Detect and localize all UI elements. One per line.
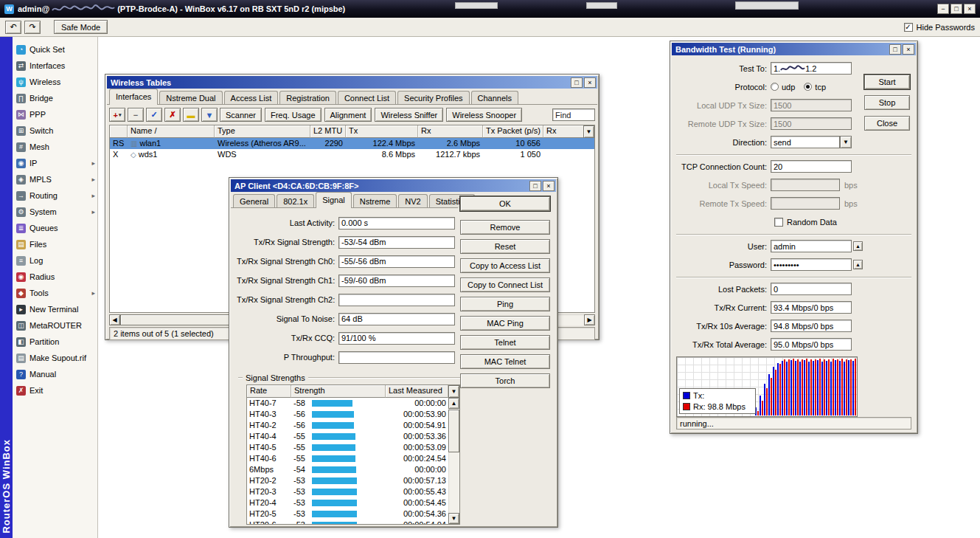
sidebar-item-routing[interactable]: → Routing ▸ [13, 187, 97, 204]
signal-row[interactable]: HT40-6 -55 00:00:24.54 [247, 453, 459, 464]
close-icon[interactable]: × [903, 44, 914, 55]
column-header[interactable] [110, 125, 128, 138]
maximize-button[interactable]: □ [571, 77, 583, 88]
add-button[interactable]: +▾ [109, 108, 125, 122]
bandwidth-test-titlebar[interactable]: Bandwidth Test (Running) □ × [672, 43, 916, 55]
field-value[interactable] [338, 294, 455, 306]
field-value[interactable] [338, 351, 455, 364]
minimize-button[interactable]: − [937, 4, 949, 14]
signal-row[interactable]: 6Mbps -54 00:00:00 [247, 464, 459, 475]
scroll-left-button[interactable]: ◀ [109, 314, 120, 325]
scroll-up-button[interactable]: ▲ [448, 398, 459, 409]
sidebar-item-quick-set[interactable]: ◔ Quick Set ▸ [13, 41, 97, 58]
redo-button[interactable]: ↷ [24, 21, 41, 34]
column-header[interactable]: Rate [247, 385, 291, 398]
mac-ping-button[interactable]: MAC Ping [460, 316, 550, 331]
field-value[interactable]: -55/-56 dBm [338, 255, 455, 268]
remove-button[interactable]: − [128, 108, 144, 122]
password-input[interactable]: ••••••••• [771, 258, 852, 271]
sidebar-item-tools[interactable]: ◆ Tools ▸ [13, 285, 97, 301]
column-select-button[interactable]: ▼ [583, 125, 594, 138]
alignment-button[interactable]: Alignment [324, 108, 372, 122]
undo-button[interactable]: ↶ [5, 21, 21, 34]
table-row[interactable]: RS ▥wlan1 Wireless (Atheros AR9... 2290 … [110, 138, 594, 149]
signal-row[interactable]: HT20-3 -53 00:00:55.43 [247, 486, 459, 497]
tab-interfaces[interactable]: Interfaces [109, 89, 158, 105]
copy-to-connect-list-button[interactable]: Copy to Connect List [460, 277, 550, 292]
sidebar-item-files[interactable]: ▤ Files ▸ [13, 236, 97, 252]
column-select-button[interactable]: ▼ [448, 385, 459, 398]
protocol-radio-udp[interactable]: udp [771, 83, 795, 92]
sidebar-item-radius[interactable]: ◉ Radius ▸ [13, 269, 97, 285]
filter-button[interactable]: ▼ [201, 108, 218, 122]
sidebar-item-bridge[interactable]: ∏ Bridge ▸ [13, 90, 97, 106]
scroll-down-button[interactable]: ▼ [448, 513, 459, 524]
ok-button[interactable]: OK [460, 196, 550, 211]
enable-button[interactable]: ✓ [146, 108, 162, 122]
tab-802-1x[interactable]: 802.1x [277, 194, 314, 208]
tab-general[interactable]: General [233, 194, 275, 208]
hide-passwords-checkbox[interactable]: ✓ Hide Passwords [904, 23, 975, 32]
copy-to-access-list-button[interactable]: Copy to Access List [460, 258, 550, 273]
comment-button[interactable]: ▬ [183, 108, 199, 122]
signal-row[interactable]: HT40-7 -58 00:00:00 [247, 398, 459, 409]
signal-row[interactable]: HT40-5 -55 00:00:53.09 [247, 442, 459, 453]
wireless-snooper-button[interactable]: Wireless Snooper [446, 108, 522, 122]
field-value[interactable]: 91/100 % [338, 332, 455, 345]
safe-mode-button[interactable]: Safe Mode [54, 20, 108, 34]
signal-row[interactable]: HT40-2 -56 00:00:54.91 [247, 420, 459, 431]
close-button[interactable]: Close [864, 116, 910, 131]
table-row[interactable]: X ◇wds1 WDS 8.6 Mbps 1212.7 kbps 1 050 [110, 149, 594, 160]
column-header[interactable]: L2 MTU [310, 125, 346, 138]
find-input[interactable] [552, 108, 595, 121]
protocol-radio-tcp[interactable]: tcp [804, 83, 826, 92]
signal-row[interactable]: HT40-3 -56 00:00:53.90 [247, 409, 459, 420]
signal-row[interactable]: HT20-2 -53 00:00:57.13 [247, 475, 459, 486]
wireless-titlebar[interactable]: Wireless Tables □ × [107, 76, 597, 89]
sidebar-item-make-supout-rif[interactable]: ▤ Make Supout.rif ▸ [13, 350, 97, 366]
column-header[interactable]: Tx [346, 125, 418, 138]
column-header[interactable]: Last Measured [386, 385, 448, 398]
remote-udp-tx-input[interactable]: 1500 [771, 117, 852, 130]
close-button[interactable]: × [964, 4, 976, 14]
disable-button[interactable]: ✗ [164, 108, 181, 122]
sidebar-item-new-terminal[interactable]: ▸ New Terminal ▸ [13, 301, 97, 317]
sidebar-item-wireless[interactable]: ψ Wireless ▸ [13, 74, 97, 90]
sidebar-item-mpls[interactable]: ◈ MPLS ▸ [13, 171, 97, 187]
scrollbar-thumb[interactable] [448, 410, 459, 452]
sidebar-item-exit[interactable]: ✗ Exit ▸ [13, 382, 97, 399]
column-header[interactable]: Tx Packet (p/s) [483, 125, 543, 138]
reset-button[interactable]: Reset [460, 239, 550, 254]
direction-select[interactable]: send [771, 136, 840, 148]
sidebar-item-switch[interactable]: ⊞ Switch ▸ [13, 123, 97, 139]
field-value[interactable]: -53/-54 dBm [338, 236, 455, 249]
signal-row[interactable]: HT20-5 -53 00:00:54.36 [247, 508, 459, 520]
maximize-button[interactable]: □ [529, 181, 541, 191]
signal-row[interactable]: HT20-6 -53 00:00:54.04 [247, 520, 459, 525]
sidebar-item-ppp[interactable]: ⋈ PPP ▸ [13, 106, 97, 123]
sidebar-item-interfaces[interactable]: ⇄ Interfaces ▸ [13, 58, 97, 74]
tcp-connection-count-input[interactable]: 20 [771, 160, 852, 173]
tab-access-list[interactable]: Access List [224, 91, 279, 105]
scroll-right-button[interactable]: ▶ [584, 314, 595, 325]
field-value[interactable]: 64 dB [338, 313, 455, 325]
sidebar-item-metarouter[interactable]: ◫ MetaROUTER ▸ [13, 317, 97, 334]
signal-row[interactable]: HT20-4 -53 00:00:54.45 [247, 497, 459, 508]
tab-nstreme-dual[interactable]: Nstreme Dual [159, 91, 222, 105]
password-history-button[interactable]: ▲ [853, 260, 863, 269]
sidebar-item-partition[interactable]: ◧ Partition ▸ [13, 334, 97, 350]
stop-button[interactable]: Stop [864, 95, 910, 110]
local-udp-tx-input[interactable]: 1500 [771, 99, 852, 111]
tab-channels[interactable]: Channels [471, 91, 518, 105]
local-tx-speed-input[interactable] [771, 179, 840, 191]
remove-button[interactable]: Remove [460, 220, 550, 235]
ping-button[interactable]: Ping [460, 297, 550, 311]
user-history-button[interactable]: ▲ [853, 241, 863, 251]
mac-telnet-button[interactable]: MAC Telnet [460, 354, 550, 369]
telnet-button[interactable]: Telnet [460, 335, 550, 350]
tab-security-profiles[interactable]: Security Profiles [397, 91, 469, 105]
start-button[interactable]: Start [864, 75, 910, 89]
direction-dropdown-button[interactable]: ▼ [840, 136, 852, 148]
column-header[interactable]: Type [215, 125, 310, 138]
sidebar-item-ip[interactable]: ◉ IP ▸ [13, 155, 97, 171]
